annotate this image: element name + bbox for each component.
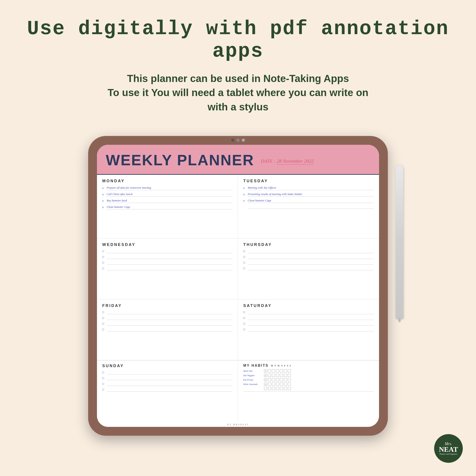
saturday-label: SATURDAY <box>243 304 374 308</box>
check-icon: □ <box>243 261 246 264</box>
task-text: Buy hamster food <box>107 199 127 202</box>
task-empty-line <box>248 322 374 326</box>
check-icon: x <box>102 193 105 196</box>
habit-name: Eat Fruits <box>243 378 263 381</box>
task-empty-line <box>248 316 374 320</box>
task-empty-line <box>248 205 374 209</box>
day-t1: T <box>274 364 276 367</box>
camera-dot-3 <box>242 139 245 142</box>
task-empty-line <box>248 261 374 265</box>
habit-box <box>280 369 283 373</box>
brand-neat: NEAT <box>439 446 458 453</box>
sunday-cell: SUNDAY □ □ □ <box>97 360 238 422</box>
habit-box <box>268 387 271 390</box>
camera-dot-2 <box>237 139 239 142</box>
task-item: □ <box>102 371 233 374</box>
days-grid: MONDAY x Prepare all data for tomorrow m… <box>97 175 379 360</box>
brand-logo: Mrs. NEAT Planner and Organizer <box>434 434 463 463</box>
habits-cell: MY HABITS M T W T F S S <box>238 360 379 422</box>
friday-cell: FRIDAY □ □ □ <box>97 300 238 360</box>
task-item: □ <box>102 316 233 320</box>
habit-row: Eat Veggies v <box>243 374 374 377</box>
task-empty-line <box>107 310 233 314</box>
tuesday-cell: TUESDAY x Meeting with Tax Officer x <box>238 175 379 238</box>
habit-box <box>288 387 291 390</box>
day-w: W <box>277 364 280 367</box>
thursday-cell: THURSDAY □ □ □ <box>238 238 379 300</box>
habit-box <box>288 374 291 377</box>
habit-box <box>284 374 287 377</box>
brand-tagline: Planner and Organizer <box>440 453 458 455</box>
day-m: M <box>271 364 273 367</box>
habits-days: M T W T F S S <box>271 364 291 367</box>
task-item: x Prepare all data for tomorrow meeting <box>102 186 233 190</box>
task-line: Meeting with Tax Officer <box>248 186 374 190</box>
task-item: □ <box>102 388 233 391</box>
task-item: □ <box>243 327 374 331</box>
check-icon: □ <box>102 255 105 259</box>
date-value: 28 November 2022 <box>277 158 314 165</box>
task-item: □ <box>243 322 374 326</box>
habit-box <box>272 369 275 373</box>
task-item: □ <box>102 255 233 259</box>
bottom-section: SUNDAY □ □ □ <box>97 360 379 422</box>
day-f: F <box>284 364 286 367</box>
habit-box <box>288 383 291 386</box>
task-empty-line <box>107 316 233 320</box>
task-item: □ <box>243 316 374 320</box>
habit-box <box>276 378 279 381</box>
check-icon: □ <box>243 310 246 314</box>
task-item: x Clean hamster Cage <box>243 198 374 203</box>
habit-row: Write Journals v <box>243 383 374 386</box>
camera-dot-1 <box>231 139 234 142</box>
brand-mrs: Mrs. <box>445 442 452 446</box>
sunday-label: SUNDAY <box>102 364 233 368</box>
habit-check: v <box>264 383 267 386</box>
habit-box <box>284 378 287 381</box>
habit-box <box>264 387 267 390</box>
check-icon: □ <box>102 316 105 320</box>
task-empty-line <box>248 327 374 331</box>
stylus <box>396 165 403 319</box>
task-empty-line <box>248 249 374 253</box>
wednesday-cell: WEDNESDAY □ □ □ <box>97 238 238 300</box>
habit-box <box>288 369 291 373</box>
habits-title: MY HABITS <box>243 364 269 368</box>
task-empty-line <box>107 255 233 259</box>
task-item: □ <box>102 382 233 386</box>
check-icon: □ <box>102 388 105 391</box>
habit-name: Eat Veggies <box>243 374 263 377</box>
check-icon: □ <box>243 328 246 331</box>
day-s1: S <box>287 364 288 367</box>
subtitle: This planner can be used in Note-Taking … <box>107 71 368 114</box>
habit-box <box>276 369 279 373</box>
task-item: x Presenting results of meeting with Sta… <box>243 192 374 197</box>
planner: WEEKLY PLANNER DATE : 28 November 2022 M… <box>97 145 379 427</box>
task-item: □ <box>243 266 374 270</box>
saturday-cell: SATURDAY □ □ □ <box>238 300 379 360</box>
check-icon: □ <box>102 382 105 386</box>
page: Use digitally with pdf annotation apps T… <box>0 0 476 476</box>
habit-box <box>288 378 291 381</box>
tablet-wrapper: WEEKLY PLANNER DATE : 28 November 2022 M… <box>84 132 392 440</box>
habit-box <box>268 374 271 377</box>
task-item: □ <box>102 261 233 265</box>
task-item: □ <box>102 249 233 253</box>
task-empty-line <box>107 249 233 253</box>
footer-credit: BY MRSNEAT <box>97 422 379 427</box>
task-line: Buy hamster food <box>107 198 233 203</box>
task-item: x Meeting with Tax Officer <box>243 186 374 190</box>
tablet-screen: WEEKLY PLANNER DATE : 28 November 2022 M… <box>97 145 379 427</box>
check-icon: □ <box>102 267 105 270</box>
habit-row <box>243 387 374 390</box>
habit-row: Work Out v <box>243 369 374 373</box>
task-line: Prepare all data for tomorrow meeting <box>107 186 233 190</box>
task-item: x Clean hamster Cage <box>102 205 233 209</box>
check-icon: □ <box>243 250 246 253</box>
habit-box <box>272 387 275 390</box>
task-empty-line <box>107 322 233 326</box>
check-icon: □ <box>102 328 105 331</box>
check-icon: □ <box>102 250 105 253</box>
task-item: □ <box>243 255 374 259</box>
monday-label: MONDAY <box>102 179 233 183</box>
